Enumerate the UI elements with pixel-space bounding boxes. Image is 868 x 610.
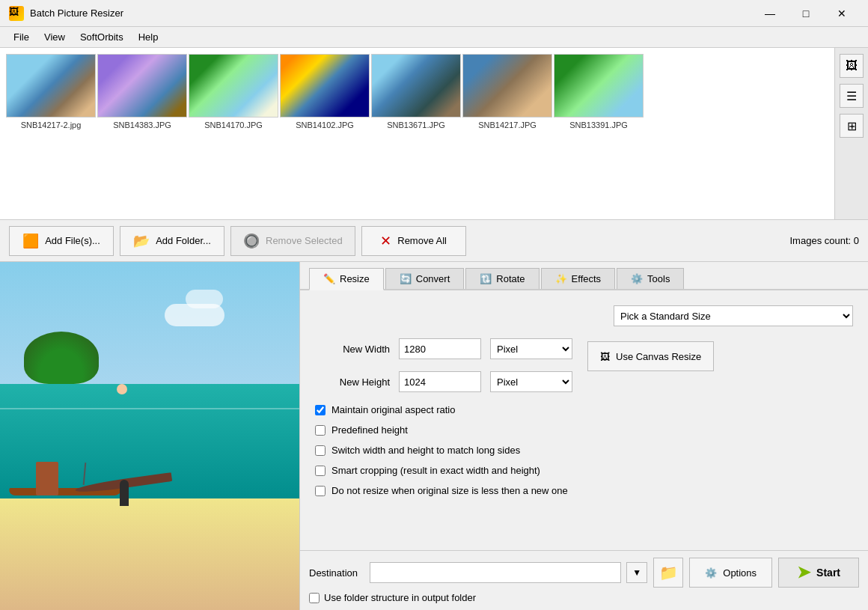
image-name: SNB14383.JPG [113,121,171,129]
height-input[interactable] [399,371,481,392]
tab-rotate[interactable]: 🔃 Rotate [465,268,539,289]
do-not-resize-row: Do not resize when original size is less… [315,485,853,496]
switch-width-height-row: Switch width and height to match long si… [315,445,853,456]
canvas-resize-label: Use Canvas Resize [616,351,701,362]
maintain-aspect-checkbox[interactable] [315,405,326,415]
remove-all-button[interactable]: ✕ Remove All [361,226,466,256]
do-not-resize-label[interactable]: Do not resize when original size is less… [331,485,568,496]
add-folder-button[interactable]: 📂 Add Folder... [120,226,224,256]
use-folder-label[interactable]: Use folder structure in output folder [324,592,476,603]
view-large-button[interactable]: 🖼 [840,54,864,78]
menu-softorbits[interactable]: SoftOrbits [73,29,131,45]
list-item[interactable]: SNB13391.JPG [554,54,644,213]
effects-tab-icon: ✨ [555,273,567,284]
preview-area [0,262,299,610]
menu-view[interactable]: View [37,29,73,45]
predefined-height-label[interactable]: Predefined height [331,424,408,436]
start-arrow-icon: ➤ [797,563,810,582]
tools-tab-icon: ⚙️ [631,273,643,284]
start-button[interactable]: ➤ Start [778,558,859,588]
smart-cropping-row: Smart cropping (result in exact width an… [315,465,853,476]
switch-width-height-checkbox[interactable] [315,445,326,456]
smart-cropping-checkbox[interactable] [315,466,326,476]
boat-cabin [36,462,58,495]
images-count: Images count: 0 [790,235,860,246]
width-input[interactable] [399,338,481,359]
remove-selected-label: Remove Selected [266,235,343,246]
remove-all-label: Remove All [397,235,447,246]
list-item[interactable]: SNB14217-2.jpg [6,54,96,213]
toolbar-row: 🟧 Add File(s)... 📂 Add Folder... 🔘 Remov… [0,220,868,262]
options-gear-icon: ⚙️ [705,567,717,579]
cloud2 [186,290,223,308]
image-name: SNB14170.JPG [204,121,263,129]
preview-scene [0,262,299,610]
image-strip-container: SNB14217-2.jpg SNB14383.JPG SNB14170.JPG… [0,48,868,220]
tab-effects[interactable]: ✨ Effects [541,268,616,289]
resize-tab-content: Pick a Standard Size New Width Pixel Per… [300,290,868,550]
use-folder-checkbox[interactable] [309,593,320,603]
width-unit-select[interactable]: Pixel Percent Inch Centimeter [490,338,572,359]
do-not-resize-checkbox[interactable] [315,486,326,496]
close-button[interactable]: ✕ [825,3,859,24]
destination-input[interactable] [370,562,621,583]
convert-tab-icon: 🔄 [400,273,412,284]
add-folder-icon: 📂 [133,233,150,249]
tools-tab-label: Tools [647,273,670,284]
strip-sidebar: 🖼 ☰ ⊞ [834,48,868,219]
resize-tab-icon: ✏️ [323,273,335,284]
remove-selected-button[interactable]: 🔘 Remove Selected [230,226,355,256]
main-area: SNB14217-2.jpg SNB14383.JPG SNB14170.JPG… [0,48,868,610]
add-files-button[interactable]: 🟧 Add File(s)... [9,226,114,256]
height-label: New Height [315,376,390,388]
list-item[interactable]: SNB14217.JPG [462,54,552,213]
island [24,332,99,384]
maintain-aspect-row: Maintain original aspect ratio [315,404,853,415]
tab-bar: ✏️ Resize 🔄 Convert 🔃 Rotate ✨ Effects ⚙… [300,262,868,290]
width-label: New Width [315,344,390,355]
menu-bar: File View SoftOrbits Help [0,27,868,48]
list-item[interactable]: SNB13671.JPG [371,54,461,213]
menu-help[interactable]: Help [131,29,166,45]
smart-cropping-label[interactable]: Smart cropping (result in exact width an… [331,465,540,476]
switch-width-height-label[interactable]: Switch width and height to match long si… [331,445,520,456]
canvas-resize-button[interactable]: 🖼 Use Canvas Resize [587,341,714,371]
image-name: SNB14217-2.jpg [21,121,82,129]
rotate-tab-icon: 🔃 [480,273,492,284]
destination-dropdown-button[interactable]: ▼ [626,562,647,583]
app-title: Batch Picture Resizer [30,7,753,19]
tab-resize[interactable]: ✏️ Resize [309,268,384,290]
options-label: Options [723,567,757,579]
add-files-icon: 🟧 [22,233,39,249]
remove-all-icon: ✕ [380,233,391,249]
tab-convert[interactable]: 🔄 Convert [385,268,465,289]
maintain-aspect-label[interactable]: Maintain original aspect ratio [331,404,455,415]
title-bar: 🖼 Batch Picture Resizer — □ ✕ [0,0,868,27]
view-grid-button[interactable]: ⊞ [840,114,864,138]
list-item[interactable]: SNB14383.JPG [97,54,187,213]
predefined-height-checkbox[interactable] [315,425,326,436]
dimensions-area: New Width Pixel Percent Inch Centimeter … [315,338,853,404]
app-icon: 🖼 [9,6,24,21]
maximize-button[interactable]: □ [789,3,823,24]
view-list-button[interactable]: ☰ [840,84,864,108]
list-item[interactable]: SNB14170.JPG [189,54,278,213]
options-button[interactable]: ⚙️ Options [689,558,772,588]
height-unit-select[interactable]: Pixel Percent Inch Centimeter [490,371,572,392]
image-name: SNB14217.JPG [478,121,537,129]
image-name: SNB13391.JPG [569,121,628,129]
list-item[interactable]: SNB14102.JPG [280,54,370,213]
menu-file[interactable]: File [6,29,37,45]
minimize-button[interactable]: — [753,3,787,24]
tab-tools[interactable]: ⚙️ Tools [617,268,684,289]
standard-size-select[interactable]: Pick a Standard Size [614,305,853,326]
water-shimmer [0,408,299,409]
dimensions-left: New Width Pixel Percent Inch Centimeter … [315,338,572,404]
standard-size-row: Pick a Standard Size [315,305,853,326]
use-folder-row: Use folder structure in output folder [309,592,859,603]
image-strip: SNB14217-2.jpg SNB14383.JPG SNB14170.JPG… [0,48,834,219]
add-files-label: Add File(s)... [45,235,100,246]
height-row: New Height Pixel Percent Inch Centimeter [315,371,572,392]
destination-label: Destination [309,567,358,579]
browse-folder-button[interactable]: 📁 [653,558,683,588]
